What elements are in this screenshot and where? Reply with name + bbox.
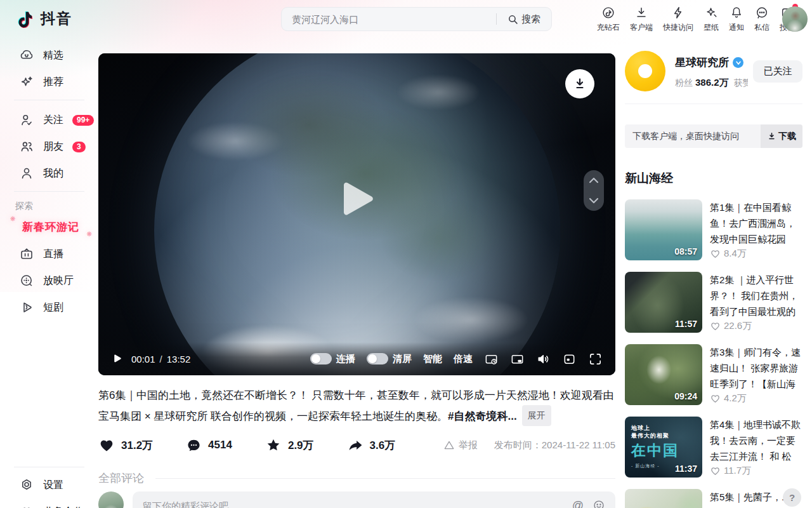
download-client-bar[interactable]: 下载客户端，桌面快捷访问 下载 — [625, 124, 802, 148]
download-client-button[interactable]: 下载 — [761, 124, 802, 148]
sparkle-decoration: ❋ — [10, 215, 16, 222]
playlist-item[interactable]: 08:57 第1集｜在中国看鲸鱼！去广西涠洲岛，发现中国巨鲸花园【新山海... … — [625, 199, 802, 260]
share-button[interactable]: 3.6万 — [347, 437, 396, 453]
douyin-logo[interactable]: 抖音 — [16, 9, 72, 29]
spring-campaign-banner[interactable]: ❋ 新春环游记 ❋ — [14, 220, 88, 234]
video-title[interactable]: 第4集｜地理书诚不欺我！去云南，一定要去三江并流！ 和 松赞... — [710, 417, 802, 464]
verified-badge-icon — [733, 57, 743, 68]
comments-header: 全部评论 — [98, 471, 615, 486]
mention-icon[interactable]: @ — [572, 499, 584, 508]
playlist-item[interactable]: 第5集｜先菌子，... — [625, 489, 802, 508]
heart-icon — [98, 437, 115, 453]
following-badge: 99+ — [72, 115, 94, 126]
user-avatar[interactable] — [782, 6, 808, 32]
profile-icon — [19, 166, 34, 181]
toggle-switch[interactable] — [310, 353, 332, 364]
sidebar-item-following[interactable]: 关注 99+ — [0, 107, 98, 133]
sidebar-item-cinema[interactable]: 放映厅 — [0, 267, 98, 294]
cinema-icon — [19, 273, 34, 288]
sidebar-item-featured[interactable]: 精选 — [0, 42, 98, 69]
video-title[interactable]: 第3集｜师门有令，速速归山！ 张家界旅游旺季到了！【新山海经03... — [710, 344, 802, 392]
comment-input-box[interactable]: @ — [133, 491, 615, 508]
like-button[interactable]: 31.2万 — [98, 437, 153, 453]
sidebar-item-settings[interactable]: 设置 — [0, 472, 98, 498]
header-action-notifications[interactable]: 通知 — [724, 6, 749, 33]
sidebar-item-business[interactable]: 业务合作 — [0, 498, 98, 508]
header-action-wallpaper[interactable]: 壁纸 — [698, 6, 724, 33]
hashtag-link[interactable]: #自然奇境科... — [448, 410, 517, 422]
friends-badge: 3 — [72, 142, 86, 152]
expand-description-button[interactable]: 展开 — [522, 405, 551, 426]
sidebar-label: 精选 — [43, 49, 63, 62]
author-name[interactable]: 星球研究所 — [675, 55, 748, 70]
autoplay-toggle[interactable]: 连播 — [310, 353, 355, 365]
playback-speed-button[interactable]: 倍速 — [454, 353, 473, 365]
web-fullscreen-icon[interactable] — [562, 352, 577, 366]
author-avatar[interactable] — [625, 51, 665, 91]
smart-mode-button[interactable]: 智能 — [423, 353, 442, 365]
video-player[interactable]: 00:01/13:52 连播 清屏 智能 倍速 — [98, 53, 615, 375]
sidebar-label: 我的 — [43, 167, 63, 180]
clear-screen-toggle[interactable]: 清屏 — [367, 353, 412, 365]
sidebar-item-friends[interactable]: 朋友 3 — [0, 133, 98, 160]
heart-outline-icon — [710, 248, 721, 259]
video-thumbnail-sea[interactable]: 08:57 — [625, 199, 702, 260]
sidebar-item-live[interactable]: 直播 — [0, 241, 98, 267]
author-logo-ring — [638, 64, 652, 78]
settings-gear-icon — [19, 478, 34, 493]
header-action-client[interactable]: 客户端 — [625, 6, 658, 33]
sidebar-item-recommend[interactable]: 推荐 — [0, 69, 98, 95]
business-grid-icon — [19, 504, 34, 508]
sidebar-item-profile[interactable]: 我的 — [0, 160, 98, 187]
search-icon — [508, 14, 518, 25]
picture-in-picture-icon[interactable] — [510, 352, 525, 366]
video-title[interactable]: 第2集 ｜进入平行世界？！ 我们在贵州，看到了中国最壮观的地... — [710, 272, 802, 319]
video-thumbnail-forest[interactable]: 11:57 — [625, 272, 702, 333]
video-duration: 09:24 — [674, 391, 697, 401]
sidebar-bottom: 设置 业务合作 — [0, 467, 98, 508]
video-title[interactable]: 第1集｜在中国看鲸鱼！去广西涠洲岛，发现中国巨鲸花园【新山海... — [710, 199, 802, 247]
favorite-button[interactable]: 2.9万 — [265, 437, 314, 453]
sidebar-divider — [14, 191, 84, 192]
report-button[interactable]: 举报 — [443, 439, 478, 451]
toggle-switch[interactable] — [367, 353, 388, 364]
playlist-item[interactable]: 09:24 第3集｜师门有令，速速归山！ 张家界旅游旺季到了！【新山海经03..… — [625, 344, 802, 405]
chevron-down-icon[interactable] — [587, 196, 600, 205]
play-button[interactable] — [340, 181, 374, 219]
video-duration: 11:57 — [675, 319, 697, 329]
comment-button[interactable]: 4514 — [186, 438, 232, 453]
search-button[interactable]: 搜索 — [497, 8, 551, 30]
douyin-note-icon — [16, 10, 36, 29]
playlist-item[interactable]: 地球上 最伟大的相聚 在中国 - 新山海经 - 11:37 第4集｜地理书诚不欺… — [625, 417, 802, 478]
video-download-button[interactable] — [565, 69, 594, 98]
search-bar[interactable]: 搜索 — [281, 7, 552, 31]
volume-icon[interactable] — [536, 352, 551, 366]
video-thumbnail-poster[interactable]: 地球上 最伟大的相聚 在中国 - 新山海经 - 11:37 — [625, 417, 702, 478]
sidebar-label: 直播 — [43, 248, 63, 261]
emoji-icon[interactable] — [593, 499, 605, 508]
search-input[interactable] — [282, 8, 496, 30]
playlist-item[interactable]: 11:57 第2集 ｜进入平行世界？！ 我们在贵州，看到了中国最壮观的地... … — [625, 272, 802, 333]
comment-input[interactable] — [143, 500, 572, 508]
header-action-recharge[interactable]: 充钻石 — [592, 6, 625, 33]
download-icon — [572, 76, 587, 91]
poster-text: 地球上 最伟大的相聚 在中国 - 新山海经 - — [631, 424, 679, 469]
play-pause-icon[interactable] — [111, 353, 122, 364]
help-button[interactable]: ? — [783, 488, 801, 507]
header-action-messages[interactable]: 私信 — [749, 6, 775, 33]
author-stats: 粉丝386.2万获赞1... — [675, 77, 748, 89]
sidebar-item-short-drama[interactable]: 短剧 — [0, 294, 98, 321]
fullscreen-icon[interactable] — [588, 352, 603, 366]
video-thumbnail-market[interactable] — [625, 489, 702, 508]
video-duration: 11:37 — [675, 464, 697, 474]
download-bar-text: 下载客户端，桌面快捷访问 — [625, 131, 761, 142]
comment-user-avatar[interactable] — [98, 491, 124, 508]
followed-button[interactable]: 已关注 — [753, 60, 802, 83]
header-action-quick-access[interactable]: 快捷访问 — [658, 6, 698, 33]
report-triangle-icon — [443, 439, 455, 451]
bell-icon — [730, 6, 743, 20]
watch-later-icon[interactable] — [484, 352, 499, 366]
chevron-up-icon[interactable] — [587, 176, 600, 185]
magic-wand-icon — [704, 6, 718, 20]
video-thumbnail-stream[interactable]: 09:24 — [625, 344, 702, 405]
